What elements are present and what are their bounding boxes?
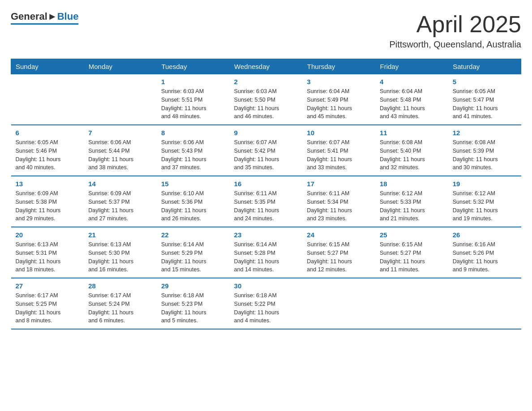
day-number: 22 <box>161 231 225 239</box>
day-number: 13 <box>16 180 80 188</box>
calendar-table: SundayMondayTuesdayWednesdayThursdayFrid… <box>11 59 521 330</box>
calendar-cell: 19Sunrise: 6:12 AM Sunset: 5:32 PM Dayli… <box>448 176 521 227</box>
day-number: 7 <box>88 129 152 137</box>
calendar-cell: 3Sunrise: 6:04 AM Sunset: 5:49 PM Daylig… <box>302 74 375 125</box>
day-info: Sunrise: 6:13 AM Sunset: 5:30 PM Dayligh… <box>88 240 152 274</box>
calendar-cell: 9Sunrise: 6:07 AM Sunset: 5:42 PM Daylig… <box>230 125 303 176</box>
calendar-cell: 28Sunrise: 6:17 AM Sunset: 5:24 PM Dayli… <box>84 278 157 329</box>
day-number: 11 <box>380 129 444 137</box>
calendar-cell: 8Sunrise: 6:06 AM Sunset: 5:43 PM Daylig… <box>157 125 230 176</box>
calendar-cell: 22Sunrise: 6:14 AM Sunset: 5:29 PM Dayli… <box>157 227 230 278</box>
day-info: Sunrise: 6:13 AM Sunset: 5:31 PM Dayligh… <box>16 240 80 274</box>
day-info: Sunrise: 6:11 AM Sunset: 5:34 PM Dayligh… <box>307 189 371 223</box>
calendar-cell <box>11 74 84 125</box>
day-number: 29 <box>161 282 225 290</box>
calendar-cell: 1Sunrise: 6:03 AM Sunset: 5:51 PM Daylig… <box>157 74 230 125</box>
calendar-cell: 11Sunrise: 6:08 AM Sunset: 5:40 PM Dayli… <box>375 125 448 176</box>
day-number: 26 <box>453 231 517 239</box>
day-info: Sunrise: 6:15 AM Sunset: 5:27 PM Dayligh… <box>307 240 371 274</box>
calendar-cell: 7Sunrise: 6:06 AM Sunset: 5:44 PM Daylig… <box>84 125 157 176</box>
weekday-header-wednesday: Wednesday <box>230 59 303 74</box>
day-number: 4 <box>380 78 444 86</box>
day-number: 16 <box>234 180 298 188</box>
weekday-header-monday: Monday <box>84 59 157 74</box>
calendar-cell: 26Sunrise: 6:16 AM Sunset: 5:26 PM Dayli… <box>448 227 521 278</box>
logo-blue-text: ►Blue <box>47 11 78 22</box>
calendar-cell: 25Sunrise: 6:15 AM Sunset: 5:27 PM Dayli… <box>375 227 448 278</box>
day-number: 15 <box>161 180 225 188</box>
day-info: Sunrise: 6:08 AM Sunset: 5:40 PM Dayligh… <box>380 138 444 172</box>
day-number: 19 <box>453 180 517 188</box>
calendar-cell: 5Sunrise: 6:05 AM Sunset: 5:47 PM Daylig… <box>448 74 521 125</box>
day-info: Sunrise: 6:09 AM Sunset: 5:38 PM Dayligh… <box>16 189 80 223</box>
weekday-header-thursday: Thursday <box>302 59 375 74</box>
day-number: 17 <box>307 180 371 188</box>
day-info: Sunrise: 6:14 AM Sunset: 5:29 PM Dayligh… <box>161 240 225 274</box>
day-number: 24 <box>307 231 371 239</box>
day-number: 23 <box>234 231 298 239</box>
page-header: General ►Blue April 2025 Pittsworth, Que… <box>11 11 521 50</box>
calendar-cell <box>302 278 375 329</box>
day-info: Sunrise: 6:17 AM Sunset: 5:25 PM Dayligh… <box>16 291 80 325</box>
day-number: 10 <box>307 129 371 137</box>
calendar-cell <box>448 278 521 329</box>
day-info: Sunrise: 6:04 AM Sunset: 5:48 PM Dayligh… <box>380 87 444 121</box>
calendar-cell: 18Sunrise: 6:12 AM Sunset: 5:33 PM Dayli… <box>375 176 448 227</box>
day-number: 27 <box>16 282 80 290</box>
day-info: Sunrise: 6:15 AM Sunset: 5:27 PM Dayligh… <box>380 240 444 274</box>
calendar-cell: 24Sunrise: 6:15 AM Sunset: 5:27 PM Dayli… <box>302 227 375 278</box>
logo-general-text: General <box>11 11 47 22</box>
calendar-cell: 13Sunrise: 6:09 AM Sunset: 5:38 PM Dayli… <box>11 176 84 227</box>
day-number: 20 <box>16 231 80 239</box>
title-block: April 2025 Pittsworth, Queensland, Austr… <box>389 11 521 50</box>
day-info: Sunrise: 6:07 AM Sunset: 5:41 PM Dayligh… <box>307 138 371 172</box>
day-info: Sunrise: 6:14 AM Sunset: 5:28 PM Dayligh… <box>234 240 298 274</box>
day-number: 3 <box>307 78 371 86</box>
calendar-cell: 30Sunrise: 6:18 AM Sunset: 5:22 PM Dayli… <box>230 278 303 329</box>
day-info: Sunrise: 6:11 AM Sunset: 5:35 PM Dayligh… <box>234 189 298 223</box>
weekday-header-sunday: Sunday <box>11 59 84 74</box>
day-number: 28 <box>88 282 152 290</box>
day-number: 12 <box>453 129 517 137</box>
month-title: April 2025 <box>389 11 521 38</box>
calendar-week-row: 20Sunrise: 6:13 AM Sunset: 5:31 PM Dayli… <box>11 227 521 278</box>
day-number: 18 <box>380 180 444 188</box>
calendar-cell: 17Sunrise: 6:11 AM Sunset: 5:34 PM Dayli… <box>302 176 375 227</box>
calendar-cell <box>84 74 157 125</box>
calendar-week-row: 27Sunrise: 6:17 AM Sunset: 5:25 PM Dayli… <box>11 278 521 329</box>
day-number: 1 <box>161 78 225 86</box>
day-info: Sunrise: 6:05 AM Sunset: 5:46 PM Dayligh… <box>16 138 80 172</box>
weekday-header-tuesday: Tuesday <box>157 59 230 74</box>
day-info: Sunrise: 6:12 AM Sunset: 5:32 PM Dayligh… <box>453 189 517 223</box>
day-info: Sunrise: 6:08 AM Sunset: 5:39 PM Dayligh… <box>453 138 517 172</box>
weekday-header-saturday: Saturday <box>448 59 521 74</box>
day-number: 5 <box>453 78 517 86</box>
day-info: Sunrise: 6:06 AM Sunset: 5:44 PM Dayligh… <box>88 138 152 172</box>
day-info: Sunrise: 6:17 AM Sunset: 5:24 PM Dayligh… <box>88 291 152 325</box>
calendar-cell: 23Sunrise: 6:14 AM Sunset: 5:28 PM Dayli… <box>230 227 303 278</box>
day-info: Sunrise: 6:07 AM Sunset: 5:42 PM Dayligh… <box>234 138 298 172</box>
calendar-cell: 6Sunrise: 6:05 AM Sunset: 5:46 PM Daylig… <box>11 125 84 176</box>
day-info: Sunrise: 6:03 AM Sunset: 5:50 PM Dayligh… <box>234 87 298 121</box>
day-info: Sunrise: 6:18 AM Sunset: 5:23 PM Dayligh… <box>161 291 225 325</box>
calendar-week-row: 1Sunrise: 6:03 AM Sunset: 5:51 PM Daylig… <box>11 74 521 125</box>
day-info: Sunrise: 6:18 AM Sunset: 5:22 PM Dayligh… <box>234 291 298 325</box>
day-number: 9 <box>234 129 298 137</box>
calendar-body: 1Sunrise: 6:03 AM Sunset: 5:51 PM Daylig… <box>11 74 521 330</box>
calendar-cell: 27Sunrise: 6:17 AM Sunset: 5:25 PM Dayli… <box>11 278 84 329</box>
day-number: 25 <box>380 231 444 239</box>
day-info: Sunrise: 6:06 AM Sunset: 5:43 PM Dayligh… <box>161 138 225 172</box>
day-number: 6 <box>16 129 80 137</box>
logo: General ►Blue <box>11 11 78 25</box>
day-info: Sunrise: 6:09 AM Sunset: 5:37 PM Dayligh… <box>88 189 152 223</box>
calendar-cell: 21Sunrise: 6:13 AM Sunset: 5:30 PM Dayli… <box>84 227 157 278</box>
day-info: Sunrise: 6:10 AM Sunset: 5:36 PM Dayligh… <box>161 189 225 223</box>
day-number: 14 <box>88 180 152 188</box>
calendar-cell: 2Sunrise: 6:03 AM Sunset: 5:50 PM Daylig… <box>230 74 303 125</box>
day-info: Sunrise: 6:05 AM Sunset: 5:47 PM Dayligh… <box>453 87 517 121</box>
day-info: Sunrise: 6:03 AM Sunset: 5:51 PM Dayligh… <box>161 87 225 121</box>
day-number: 2 <box>234 78 298 86</box>
calendar-cell <box>375 278 448 329</box>
calendar-header: SundayMondayTuesdayWednesdayThursdayFrid… <box>11 59 521 74</box>
weekday-header-row: SundayMondayTuesdayWednesdayThursdayFrid… <box>11 59 521 74</box>
